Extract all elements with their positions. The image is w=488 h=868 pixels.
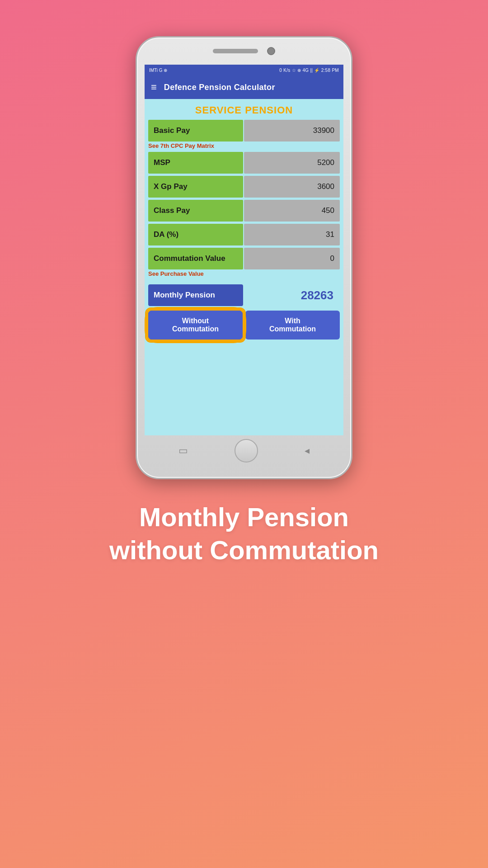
status-bar: IMTi G ⊕ 0 K/s ☆ ⊕ 4G || ⚡ 2:58 PM bbox=[145, 65, 343, 75]
app-content: SERVICE PENSION Basic Pay 33900 See 7th … bbox=[145, 99, 343, 435]
value-basic-pay[interactable]: 33900 bbox=[244, 120, 340, 142]
monthly-pension-value: 28263 bbox=[243, 288, 340, 302]
app-bar: ≡ Defence Pension Calculator bbox=[145, 75, 343, 99]
table-row: Commutation Value 0 bbox=[148, 248, 340, 269]
monthly-pension-label: Monthly Pension bbox=[148, 284, 243, 306]
table-row: MSP 5200 bbox=[148, 152, 340, 174]
status-right: 0 K/s ☆ ⊕ 4G || ⚡ 2:58 PM bbox=[279, 68, 339, 73]
with-commutation-button[interactable]: WithCommutation bbox=[245, 311, 340, 340]
phone-camera bbox=[267, 47, 275, 55]
table-row: X Gp Pay 3600 bbox=[148, 176, 340, 198]
phone-screen: IMTi G ⊕ 0 K/s ☆ ⊕ 4G || ⚡ 2:58 PM ≡ Def… bbox=[145, 65, 343, 435]
purchase-link[interactable]: See Purchase Value bbox=[148, 270, 340, 277]
value-da[interactable]: 31 bbox=[244, 224, 340, 245]
section-title: SERVICE PENSION bbox=[145, 99, 343, 120]
without-commutation-button[interactable]: WithoutCommutation bbox=[148, 311, 243, 340]
phone-top bbox=[137, 38, 351, 65]
value-class-pay[interactable]: 450 bbox=[244, 200, 340, 222]
table-row: Class Pay 450 bbox=[148, 200, 340, 222]
phone-bottom-nav: ▭ ◂ bbox=[137, 435, 351, 466]
label-basic-pay: Basic Pay bbox=[148, 120, 243, 142]
home-button[interactable] bbox=[235, 439, 258, 462]
value-msp[interactable]: 5200 bbox=[244, 152, 340, 174]
app-title: Defence Pension Calculator bbox=[164, 83, 275, 92]
table-row: Basic Pay 33900 bbox=[148, 120, 340, 142]
cpc-link[interactable]: See 7th CPC Pay Matrix bbox=[148, 142, 340, 149]
value-commutation[interactable]: 0 bbox=[244, 248, 340, 269]
recent-apps-icon[interactable]: ▭ bbox=[178, 445, 188, 457]
label-msp: MSP bbox=[148, 152, 243, 174]
monthly-pension-row: Monthly Pension 28263 bbox=[148, 284, 340, 306]
label-commutation: Commutation Value bbox=[148, 248, 243, 269]
button-row: WithoutCommutation WithCommutation bbox=[148, 311, 340, 340]
value-xgp[interactable]: 3600 bbox=[244, 176, 340, 198]
label-class-pay: Class Pay bbox=[148, 200, 243, 222]
back-icon[interactable]: ◂ bbox=[305, 445, 310, 457]
phone-shell: IMTi G ⊕ 0 K/s ☆ ⊕ 4G || ⚡ 2:58 PM ≡ Def… bbox=[136, 36, 352, 479]
label-da: DA (%) bbox=[148, 224, 243, 245]
table-row: DA (%) 31 bbox=[148, 224, 340, 245]
status-left: IMTi G ⊕ bbox=[149, 68, 167, 73]
menu-icon[interactable]: ≡ bbox=[151, 81, 157, 93]
phone-speaker bbox=[213, 49, 258, 53]
label-xgp: X Gp Pay bbox=[148, 176, 243, 198]
bottom-caption: Monthly Pensionwithout Commutation bbox=[82, 501, 406, 566]
